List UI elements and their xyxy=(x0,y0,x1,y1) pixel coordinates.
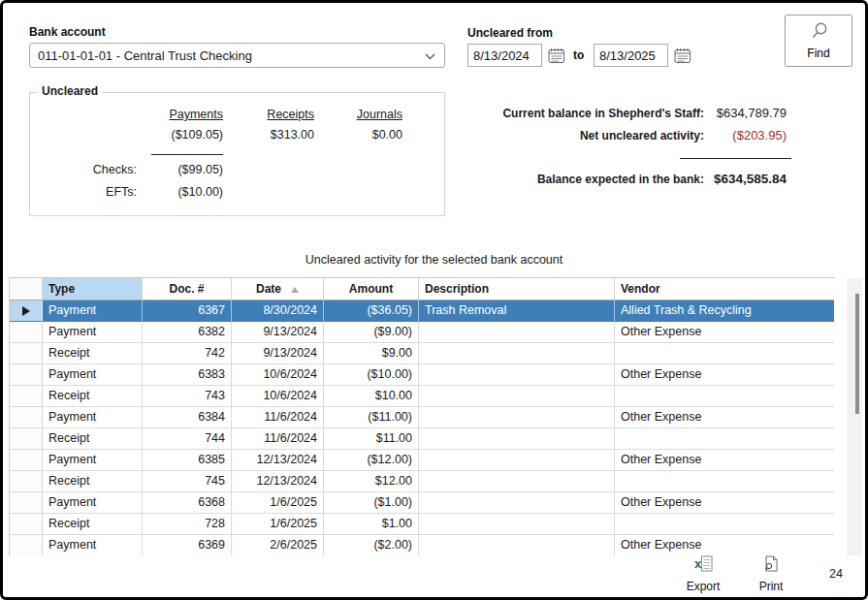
column-header-doc[interactable]: Doc. # xyxy=(143,278,232,300)
cell-description[interactable] xyxy=(419,386,615,407)
table-row[interactable]: Payment638310/6/2024($10.00)Other Expens… xyxy=(10,364,834,386)
row-selector-cell[interactable] xyxy=(10,386,43,407)
cell-vendor[interactable] xyxy=(615,428,834,450)
row-selector-cell[interactable] xyxy=(10,450,43,471)
table-row[interactable]: Receipt74310/6/2024$10.00 xyxy=(10,386,834,407)
cell-vendor[interactable]: Other Expense xyxy=(615,450,834,471)
cell-doc[interactable]: 6368 xyxy=(143,492,232,514)
cell-type[interactable]: Payment xyxy=(43,322,143,343)
table-row[interactable]: Payment63829/13/2024($9.00)Other Expense xyxy=(10,322,834,343)
cell-date[interactable]: 12/13/2024 xyxy=(232,450,324,471)
cell-doc[interactable]: 745 xyxy=(143,471,232,492)
cell-type[interactable]: Payment xyxy=(43,492,143,514)
table-row[interactable]: Receipt7429/13/2024$9.00 xyxy=(10,343,834,364)
cell-date[interactable]: 2/6/2025 xyxy=(232,535,324,555)
column-header-date[interactable]: Date xyxy=(232,278,324,300)
column-header-amount[interactable]: Amount xyxy=(324,278,419,300)
cell-doc[interactable]: 743 xyxy=(143,386,232,407)
cell-amount[interactable]: $11.00 xyxy=(324,428,419,450)
cell-amount[interactable]: ($11.00) xyxy=(324,407,419,428)
cell-description[interactable] xyxy=(419,492,615,514)
cell-description[interactable]: Trash Removal xyxy=(419,300,615,322)
row-selector-cell[interactable] xyxy=(10,364,43,386)
cell-description[interactable] xyxy=(419,450,615,471)
cell-amount[interactable]: $9.00 xyxy=(324,343,419,364)
row-selector-cell[interactable] xyxy=(10,514,43,535)
cell-type[interactable]: Receipt xyxy=(43,386,143,407)
cell-vendor[interactable]: Other Expense xyxy=(615,364,834,386)
row-selector-cell[interactable] xyxy=(10,471,43,492)
cell-date[interactable]: 9/13/2024 xyxy=(232,322,324,343)
table-row[interactable]: Payment638411/6/2024($11.00)Other Expens… xyxy=(10,407,834,428)
date-from-input[interactable] xyxy=(467,44,542,67)
cell-type[interactable]: Receipt xyxy=(43,428,143,450)
scrollbar-thumb[interactable] xyxy=(855,294,859,414)
cell-doc[interactable]: 6383 xyxy=(143,364,232,386)
row-selector-cell[interactable] xyxy=(10,535,43,555)
table-row[interactable]: Receipt74411/6/2024$11.00 xyxy=(10,428,834,450)
cell-amount[interactable]: $1.00 xyxy=(324,514,419,535)
cell-date[interactable]: 10/6/2024 xyxy=(232,364,324,386)
cell-description[interactable] xyxy=(419,535,615,555)
cell-type[interactable]: Receipt xyxy=(43,471,143,492)
cell-type[interactable]: Receipt xyxy=(43,343,143,364)
cell-date[interactable]: 1/6/2025 xyxy=(232,492,324,514)
cell-amount[interactable]: $10.00 xyxy=(324,386,419,407)
cell-date[interactable]: 9/13/2024 xyxy=(232,343,324,364)
cell-vendor[interactable] xyxy=(615,471,834,492)
find-button[interactable]: Find xyxy=(785,15,852,67)
row-selector-cell[interactable] xyxy=(10,322,43,343)
cell-vendor[interactable] xyxy=(615,514,834,535)
cell-date[interactable]: 11/6/2024 xyxy=(232,407,324,428)
column-header-type[interactable]: Type xyxy=(43,278,143,300)
column-header-vendor[interactable]: Vendor xyxy=(615,278,834,300)
cell-vendor[interactable] xyxy=(615,343,834,364)
row-selector-cell[interactable] xyxy=(10,343,43,364)
row-selector-cell[interactable] xyxy=(10,428,43,450)
cell-amount[interactable]: ($10.00) xyxy=(324,364,419,386)
cell-amount[interactable]: $12.00 xyxy=(324,471,419,492)
table-row[interactable]: Receipt7281/6/2025$1.00 xyxy=(10,514,834,535)
cell-type[interactable]: Payment xyxy=(43,450,143,471)
row-selector-cell[interactable] xyxy=(10,407,43,428)
cell-doc[interactable]: 6384 xyxy=(143,407,232,428)
cell-amount[interactable]: ($2.00) xyxy=(324,535,419,555)
vertical-scrollbar[interactable] xyxy=(847,278,862,555)
cell-type[interactable]: Receipt xyxy=(43,514,143,535)
cell-doc[interactable]: 6369 xyxy=(143,535,232,555)
column-header-description[interactable]: Description xyxy=(419,278,615,300)
cell-date[interactable]: 1/6/2025 xyxy=(232,514,324,535)
cell-description[interactable] xyxy=(419,364,615,386)
cell-type[interactable]: Payment xyxy=(43,407,143,428)
cell-amount[interactable]: ($36.05) xyxy=(324,300,419,322)
export-button[interactable]: x Export xyxy=(672,555,734,593)
cell-doc[interactable]: 6367 xyxy=(143,300,232,322)
cell-amount[interactable]: ($1.00) xyxy=(324,492,419,514)
cell-amount[interactable]: ($9.00) xyxy=(324,322,419,343)
cell-doc[interactable]: 6382 xyxy=(143,322,232,343)
table-row[interactable]: Payment63678/30/2024($36.05)Trash Remova… xyxy=(10,300,834,322)
cell-description[interactable] xyxy=(419,428,615,450)
calendar-icon[interactable] xyxy=(548,47,565,64)
cell-vendor[interactable]: Other Expense xyxy=(615,407,834,428)
cell-date[interactable]: 8/30/2024 xyxy=(232,300,324,322)
table-row[interactable]: Receipt74512/13/2024$12.00 xyxy=(10,471,834,492)
print-button[interactable]: Print xyxy=(740,555,802,593)
bank-account-dropdown[interactable]: 011-01-01-01 - Central Trust Checking xyxy=(29,43,445,68)
cell-type[interactable]: Payment xyxy=(43,364,143,386)
table-row[interactable]: Payment63692/6/2025($2.00)Other Expense xyxy=(10,535,834,555)
cell-date[interactable]: 10/6/2024 xyxy=(232,386,324,407)
row-selector-cell[interactable] xyxy=(10,492,43,514)
date-to-input[interactable] xyxy=(594,44,668,67)
cell-description[interactable] xyxy=(419,322,615,343)
cell-date[interactable]: 11/6/2024 xyxy=(232,428,324,450)
cell-description[interactable] xyxy=(419,343,615,364)
cell-amount[interactable]: ($12.00) xyxy=(324,450,419,471)
cell-doc[interactable]: 728 xyxy=(143,514,232,535)
cell-doc[interactable]: 742 xyxy=(143,343,232,364)
cell-vendor[interactable]: Allied Trash & Recycling xyxy=(615,300,834,322)
cell-date[interactable]: 12/13/2024 xyxy=(232,471,324,492)
cell-vendor[interactable] xyxy=(615,386,834,407)
cell-vendor[interactable]: Other Expense xyxy=(615,322,834,343)
cell-description[interactable] xyxy=(419,514,615,535)
